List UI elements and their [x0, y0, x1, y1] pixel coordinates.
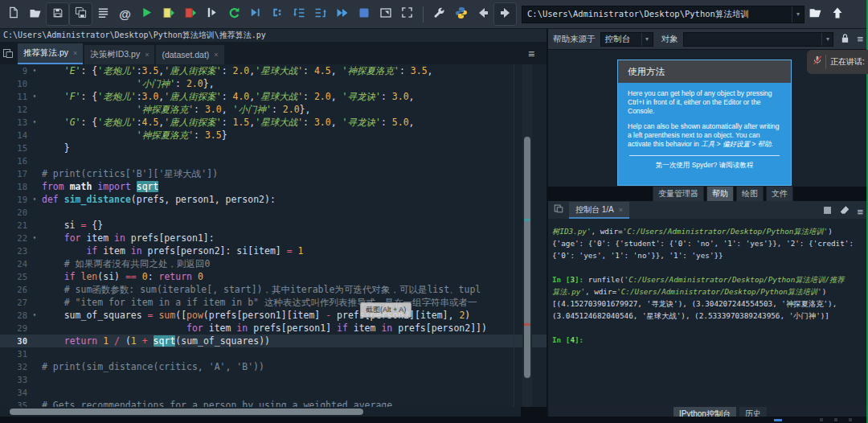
- line-number: 22: [0, 232, 27, 244]
- working-dir-dropdown-icon[interactable]: ▾: [792, 6, 804, 23]
- line-number: 17: [0, 167, 27, 180]
- chevron-down-icon[interactable]: ▾: [641, 33, 653, 46]
- editor-tab-bar: 推荐算法.py×决策树ID3.py×(dataset.dat)×: [0, 42, 548, 64]
- fold-arrow-icon[interactable]: ▾: [27, 90, 42, 103]
- editor-horizontal-scrollbar[interactable]: [0, 407, 521, 417]
- line-number: 20: [0, 206, 27, 219]
- save-all-button[interactable]: [69, 2, 92, 26]
- new-file-button[interactable]: [2, 3, 24, 25]
- maximize-pane-icon: [379, 6, 392, 23]
- run-file-button[interactable]: [136, 3, 158, 25]
- console-tab-label: 控制台 1/A: [575, 204, 614, 216]
- open-folder-icon: [29, 6, 42, 23]
- open-file-button[interactable]: [24, 3, 46, 25]
- fold-arrow-icon[interactable]: ▾: [27, 193, 42, 206]
- panel-tab[interactable]: 绘图: [736, 186, 764, 202]
- debug-step-out-button[interactable]: [309, 3, 331, 25]
- panel-tab[interactable]: 变量管理器: [653, 186, 704, 202]
- code-line: 10 '小门神': 2.0},: [0, 77, 548, 90]
- code-line: 20: [0, 206, 548, 219]
- editor-tab-label: 推荐算法.py: [23, 47, 68, 59]
- console-options-menu[interactable]: ≡: [857, 206, 863, 218]
- fold-arrow-icon[interactable]: ▾: [27, 232, 42, 244]
- browse-working-dir-button[interactable]: [805, 3, 826, 25]
- close-icon[interactable]: ×: [73, 49, 77, 57]
- fold-arrow-icon[interactable]: ▾: [27, 116, 42, 129]
- help-pane-header: 帮助来源于 控制台 ▾ 对象 ▾ ≡: [548, 29, 868, 50]
- code-editor[interactable]: 9▾ 'E': {'老炮儿':3.5,'唐人街探案': 2.0,'星球大战': …: [0, 64, 548, 407]
- code-text: '神探夏洛克': 3.5}: [42, 129, 548, 142]
- code-line: 19▾def sim_distance(prefs, person1, pers…: [0, 193, 548, 206]
- chevron-down-icon[interactable]: ▾: [821, 33, 833, 46]
- speaking-label: 正在讲话:: [830, 56, 865, 68]
- usage-popup-body: Here you can get help of any object by p…: [618, 83, 791, 186]
- working-directory-combobox[interactable]: C:\Users\Administrator\Desktop\Python算法培…: [522, 6, 805, 23]
- line-number: 19: [0, 193, 27, 206]
- close-icon[interactable]: ×: [619, 206, 623, 214]
- back-button[interactable]: [472, 3, 493, 25]
- editor-tab[interactable]: 决策树ID3.py×: [84, 45, 154, 64]
- debug-continue-button[interactable]: [331, 3, 353, 25]
- help-options-menu[interactable]: ≡: [857, 33, 863, 45]
- editor-vertical-scrollbar[interactable]: [522, 64, 532, 407]
- debug-step-button[interactable]: [266, 3, 288, 25]
- code-text: '小门神': 2.0},: [42, 77, 548, 90]
- tutorial-link[interactable]: 第一次使用 Spyder? 请阅读教程: [628, 161, 781, 170]
- fast-forward-icon: [336, 6, 349, 23]
- pythonpath-button[interactable]: [450, 3, 472, 25]
- object-label: 对象: [661, 34, 678, 45]
- panel-tab[interactable]: 文件: [766, 186, 793, 202]
- fold-arrow-icon[interactable]: ▾: [27, 64, 42, 77]
- close-icon[interactable]: ×: [145, 51, 149, 59]
- object-input[interactable]: ▾: [683, 32, 834, 47]
- debug-step-into-button[interactable]: [288, 3, 309, 25]
- usage-popup-title: 使用方法: [618, 60, 791, 83]
- back-arrow-icon: [477, 6, 489, 23]
- code-line: 17# print(critics['B']['星球大战']): [0, 167, 548, 180]
- run-cell-advance-button[interactable]: [179, 3, 201, 25]
- forward-button[interactable]: [493, 2, 517, 26]
- help-source-select[interactable]: 控制台 ▾: [600, 32, 653, 47]
- symbol-finder-button[interactable]: @: [114, 3, 136, 25]
- parent-directory-button[interactable]: [826, 3, 848, 25]
- code-line: 18from math import sqrt: [0, 180, 548, 193]
- taskbar-active-indicator: [774, 419, 782, 421]
- code-line: 12 '神探夏洛克': 3.0, '小门神': 2.0},: [0, 103, 548, 116]
- editor-options-menu[interactable]: ≡: [522, 47, 540, 61]
- panel-tab[interactable]: 帮助: [706, 186, 734, 202]
- editor-tab[interactable]: 推荐算法.py×: [18, 43, 83, 64]
- lock-icon[interactable]: [840, 32, 850, 47]
- line-number: 21: [0, 219, 27, 232]
- stop-button[interactable]: [353, 3, 375, 25]
- maximize-pane-button[interactable]: [375, 3, 396, 25]
- console-tab[interactable]: 控制台 1/A ×: [569, 202, 629, 219]
- fullscreen-button[interactable]: [396, 3, 418, 25]
- editor-tab[interactable]: (dataset.dat)×: [156, 45, 223, 64]
- code-line: 31: [0, 347, 548, 360]
- rerun-cell-button[interactable]: [223, 3, 244, 25]
- help-usage-popup: 使用方法 Here you can get help of any object…: [617, 60, 792, 186]
- scrollbar-thumb[interactable]: [10, 409, 363, 415]
- fold-arrow-icon[interactable]: ▾: [27, 309, 42, 322]
- ipython-console-output[interactable]: 树ID3.py', wdir='C:/Users/Administrator/D…: [548, 219, 866, 405]
- debug-file-button[interactable]: [244, 3, 266, 25]
- code-text: for item in prefs[person1]:: [42, 232, 548, 244]
- line-number: 25: [0, 270, 27, 283]
- line-number: 27: [0, 296, 27, 309]
- run-cell-button[interactable]: [158, 3, 179, 25]
- file-switcher-button[interactable]: [92, 3, 114, 25]
- interrupt-kernel-icon[interactable]: [822, 204, 833, 219]
- wrench-icon: [433, 6, 445, 22]
- line-number: 35: [0, 399, 27, 407]
- save-button[interactable]: [46, 2, 69, 26]
- scrollbar-thumb[interactable]: [524, 137, 530, 378]
- clear-console-icon[interactable]: [839, 204, 850, 219]
- run-selection-button[interactable]: [201, 3, 223, 25]
- close-icon[interactable]: ×: [214, 51, 218, 59]
- line-number: 18: [0, 180, 27, 193]
- browse-tabs-icon[interactable]: [2, 47, 16, 61]
- debug-step-icon: [271, 6, 283, 22]
- preferences-button[interactable]: [428, 3, 450, 25]
- browse-tabs-icon[interactable]: [553, 203, 567, 217]
- usage-paragraph-2: Help can also be shown automatically aft…: [628, 122, 781, 149]
